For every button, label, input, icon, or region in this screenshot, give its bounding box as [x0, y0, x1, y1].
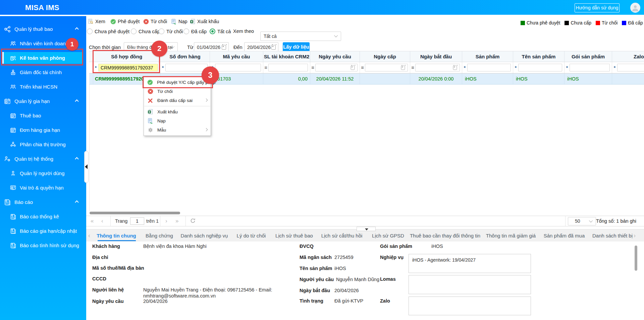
filter-ten-san-pham[interactable]: * [513, 62, 565, 73]
next-page-button[interactable]: › [165, 216, 167, 226]
sidebar-group-bao-cao[interactable]: Báo cáo [0, 195, 86, 209]
radio-chua-cap[interactable]: Chưa cấp [131, 28, 160, 35]
vertical-scrollbar-thumb[interactable] [635, 246, 637, 271]
cell-zalo[interactable] [612, 73, 644, 84]
excel-icon [190, 19, 196, 24]
filter-goi-san-pham[interactable]: * [565, 62, 612, 73]
radio-chua-phe-duyet[interactable]: Chưa phê duyệt [87, 28, 129, 35]
tabs-scroll-left-icon[interactable]: ‹ [88, 229, 90, 242]
tab-danh-sach-nghiep-vu[interactable]: Danh sách nghiệp vụ [181, 229, 228, 242]
sidebar-item-bao-cao-tinh-hinh[interactable]: Báo cáo tình hình sử dụng [0, 238, 86, 253]
to-date-input[interactable]: 20/04/2026 [244, 42, 278, 52]
col-goi-san-pham[interactable]: Gói sản phẩm [565, 51, 612, 62]
menu-load[interactable]: Nạp [144, 116, 211, 125]
first-page-button[interactable]: « [91, 216, 94, 226]
filter-ngay-cap[interactable]: = [360, 62, 410, 73]
col-so-don-hang[interactable]: Số đơn hàng [160, 51, 210, 62]
radio-circle[interactable] [87, 29, 93, 34]
radio-da-cap[interactable]: Đã cấp [183, 28, 207, 35]
sidebar-item-quan-ly-nguoi-dung[interactable]: Quản lý người dùng [0, 166, 86, 180]
col-sl-tai-khoan[interactable]: SL tài khoản CRM2 [263, 51, 310, 62]
cell-product[interactable]: iHOS [462, 73, 513, 84]
load-button[interactable]: Nạp [171, 17, 187, 25]
last-page-button[interactable]: » [175, 216, 178, 226]
get-data-button[interactable]: Lấy dữ liệu [283, 42, 310, 52]
refresh-button[interactable] [190, 218, 196, 225]
tab-san-pham-da-mua[interactable]: Sản phẩm đã mua [544, 229, 585, 242]
menu-template[interactable]: Mẫu [144, 125, 211, 135]
zalo-box[interactable] [409, 297, 531, 315]
field-value: Đã gửi-KTVP [334, 298, 363, 304]
sidebar-item-phan-chia-thi-truong[interactable]: Phân chia thị trường [0, 137, 86, 152]
tab-lich-su-cat-thu-hoi[interactable]: Lịch sử cắt/thu hồi [321, 229, 363, 242]
filter-ngay-yeu-cau[interactable]: = [310, 62, 360, 73]
page-number-input[interactable]: 1 [130, 217, 144, 225]
tabs-scroll-right-icon[interactable]: › [634, 229, 636, 242]
sidebar-group-quan-ly-gia-han[interactable]: Quản lý gia hạn [0, 94, 86, 108]
filter-ngay-bat-dau[interactable]: = [410, 62, 462, 73]
menu-export[interactable]: Xuất khẩu [144, 107, 211, 116]
calendar-icon[interactable] [271, 45, 276, 50]
sidebar-item-don-hang-gia-han[interactable]: Đơn hàng gia hạn [0, 123, 86, 137]
user-avatar[interactable] [630, 3, 640, 13]
filter-sl-tai-khoan[interactable]: = [263, 62, 310, 73]
sidebar-group-quan-tri-he-thong[interactable]: Quản trị hệ thống [0, 152, 86, 166]
tab-thue-bao-can-thay-doi[interactable]: Thuê bao cần thay đổi thông tin [410, 229, 480, 242]
menu-reject[interactable]: Từ chối [144, 87, 211, 96]
app-title: MISA IMS [25, 0, 59, 15]
help-button[interactable]: Hướng dẫn sử dụng [575, 3, 620, 12]
cell-product-name[interactable]: iHOS [513, 73, 565, 84]
radio-tat-ca[interactable]: Tất cả [210, 28, 231, 35]
sidebar-item-bao-cao-gia-han[interactable]: Báo cáo gia hạn/cập nhật [0, 224, 86, 238]
tab-danh-sach-thiet-bi[interactable]: Danh sách thiết bị [592, 229, 633, 242]
approve-button[interactable]: Phê duyệt [110, 17, 140, 25]
cell-product-pack[interactable]: iHOS [565, 73, 612, 84]
col-ten-san-pham[interactable]: Tên sản phẩm [513, 51, 565, 62]
calendar-icon[interactable] [222, 45, 226, 50]
col-ngay-cap[interactable]: Ngày cấp [360, 51, 410, 62]
horizontal-scrollbar-thumb[interactable] [90, 212, 180, 214]
export-button[interactable]: Xuất khẩu [190, 17, 219, 25]
tab-bang-chung[interactable]: Bằng chứng [146, 229, 173, 242]
detail-collapse-handle[interactable] [357, 227, 376, 231]
radio-tu-choi[interactable]: Từ chối [159, 28, 183, 35]
sidebar-item-bao-cao-thong-ke[interactable]: Báo cáo thống kê [0, 209, 86, 224]
radio-circle[interactable] [210, 29, 215, 34]
tab-ly-do-tu-choi[interactable]: Lý do từ chối [237, 229, 266, 242]
col-ngay-yeu-cau[interactable]: Ngày yêu cầu [310, 51, 360, 62]
filter-zalo[interactable]: * [612, 62, 644, 73]
col-zalo[interactable]: Zalo [612, 51, 644, 62]
field-label: Người yêu cầu [300, 277, 334, 282]
reject-button[interactable]: Từ chối [143, 17, 167, 25]
cell-request-date[interactable]: 20/04/2026 11:52 [310, 73, 360, 84]
cell-issue-date[interactable] [360, 73, 410, 84]
tab-lich-su-gpsd[interactable]: Lịch sử GPSD [372, 229, 404, 242]
filter-san-pham[interactable]: * [462, 62, 513, 73]
sidebar-collapse-arrow-icon[interactable] [85, 164, 88, 169]
prev-page-button[interactable]: ‹ [101, 216, 103, 226]
sidebar-group-quan-ly-thue-bao[interactable]: Quản lý thuê bao [0, 22, 86, 36]
people-icon [9, 84, 17, 90]
lomas-box[interactable] [409, 275, 531, 294]
col-ma-yeu-cau[interactable]: Mã yêu cầu [210, 51, 263, 62]
sidebar-item-trien-khai-hcsn[interactable]: Triển khai HCSN [0, 79, 86, 94]
radio-circle[interactable] [159, 29, 164, 34]
tab-lich-su-thue-bao[interactable]: Lịch sử thuê bao [275, 229, 313, 242]
sidebar-item-thue-bao[interactable]: Thuê bao [0, 108, 86, 123]
sidebar-item-giam-doc-tai-chinh[interactable]: Giám đốc tài chính [0, 65, 86, 79]
view-by-dropdown[interactable]: Tất cả [260, 32, 341, 41]
radio-circle[interactable] [183, 29, 189, 34]
view-button[interactable]: Xem [88, 17, 105, 25]
page-size-dropdown[interactable]: 50 [568, 217, 596, 225]
cell-crm2[interactable]: 0,00 [263, 73, 310, 84]
col-ngay-bat-dau[interactable]: Ngày bắt đầu [410, 51, 462, 62]
from-date-input[interactable]: 01/04/2026 [194, 42, 229, 52]
load-doc-icon [147, 118, 153, 124]
col-san-pham[interactable]: Sản phẩm [462, 51, 513, 62]
radio-circle[interactable] [131, 29, 137, 34]
cell-start-date[interactable]: 20/04/2026 0:00 [410, 73, 462, 84]
tab-thong-tin-ma-giam-gia[interactable]: Thông tin mã giảm giá [486, 229, 536, 242]
sidebar-item-vai-tro-quyen-han[interactable]: Vai trò & quyền hạn [0, 180, 86, 195]
nghiep-vu-box[interactable]: iHOS - Agentwork: 19/04/2027 [409, 254, 531, 273]
menu-mark-wrong[interactable]: Đánh dấu cấp sai [144, 96, 211, 105]
